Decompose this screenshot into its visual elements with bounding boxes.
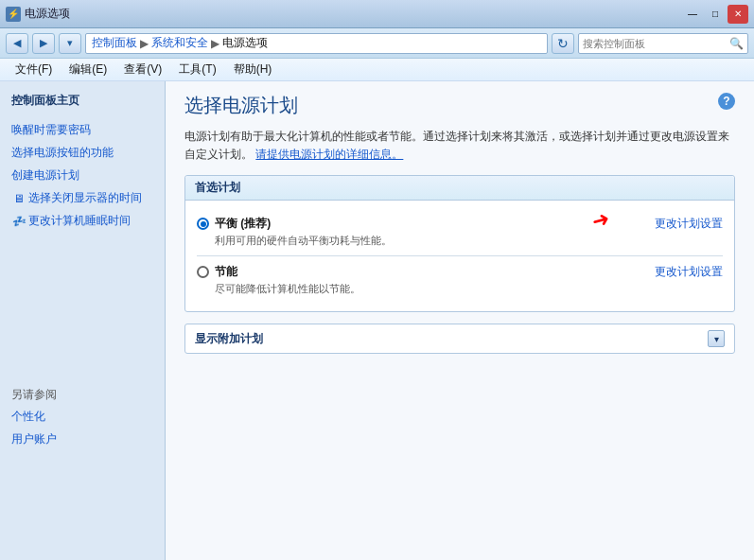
content-description: 电源计划有助于最大化计算机的性能或者节能。通过选择计划来将其激活，或选择计划并通… [184, 128, 735, 164]
plan-desc-balanced: 利用可用的硬件自动平衡功耗与性能。 [215, 234, 392, 248]
window-title: 电源选项 [25, 6, 70, 22]
sidebar-link-power-button[interactable]: 选择电源按钮的功能 [0, 141, 165, 164]
title-bar: ⚡ 电源选项 — □ ✕ [0, 0, 754, 28]
refresh-button[interactable]: ↻ [552, 33, 574, 54]
sidebar-link-wakeup[interactable]: 唤醒时需要密码 [0, 118, 165, 141]
title-bar-controls: — □ ✕ [682, 5, 748, 24]
plan-name-powersave: 节能 [215, 264, 360, 280]
breadcrumb: 控制面板 ▶ 系统和安全 ▶ 电源选项 [85, 33, 548, 54]
radio-balanced[interactable] [197, 218, 209, 230]
sidebar-link-personalize[interactable]: 个性化 [0, 405, 165, 428]
sidebar-main-title[interactable]: 控制面板主页 [0, 89, 165, 111]
plan-item-balanced: 平衡 (推荐) 利用可用的硬件自动平衡功耗与性能。 ➜ 更改计划设置 [197, 210, 723, 254]
plan-item-powersave: 节能 尽可能降低计算机性能以节能。 更改计划设置 [197, 258, 723, 302]
page-title: 选择电源计划 [184, 93, 298, 118]
close-button[interactable]: ✕ [728, 5, 748, 24]
sidebar-link-user-accounts[interactable]: 用户账户 [0, 428, 165, 450]
sidebar-also-label: 另请参阅 [0, 383, 165, 405]
additional-plans-header[interactable]: 显示附加计划 ▾ [185, 324, 734, 353]
search-icon: 🔍 [729, 37, 744, 50]
back-button[interactable]: ◀ [6, 33, 28, 54]
search-box: 🔍 [578, 33, 748, 54]
help-button[interactable]: ? [718, 93, 735, 110]
plan-info-balanced: 平衡 (推荐) 利用可用的硬件自动平衡功耗与性能。 [215, 216, 392, 248]
content-area: 选择电源计划 ? 电源计划有助于最大化计算机的性能或者节能。通过选择计划来将其激… [166, 81, 754, 560]
menu-file[interactable]: 文件(F) [8, 60, 60, 79]
address-bar: ◀ ▶ ▾ 控制面板 ▶ 系统和安全 ▶ 电源选项 ↻ 🔍 [0, 28, 754, 59]
forward-button[interactable]: ▶ [32, 33, 55, 54]
radio-powersave[interactable] [197, 266, 209, 278]
breadcrumb-sep-1: ▶ [140, 37, 149, 50]
preferred-plans-section: 首选计划 平衡 (推荐) 利用可用的硬件自动平衡功耗与性能。 ➜ 更改计划 [184, 175, 735, 312]
breadcrumb-system-security[interactable]: 系统和安全 [151, 35, 208, 51]
plan-info-powersave: 节能 尽可能降低计算机性能以节能。 [215, 264, 360, 296]
menu-view[interactable]: 查看(V) [116, 60, 169, 79]
title-bar-left: ⚡ 电源选项 [6, 6, 70, 22]
change-plan-balanced[interactable]: 更改计划设置 [655, 216, 723, 232]
chevron-down-icon[interactable]: ▾ [708, 330, 725, 347]
menu-tools[interactable]: 工具(T) [171, 60, 223, 79]
app-icon: ⚡ [6, 7, 21, 22]
menu-bar: 文件(F) 编辑(E) 查看(V) 工具(T) 帮助(H) [0, 59, 754, 81]
sleep-icon: 💤 [11, 214, 26, 229]
main-layout: 控制面板主页 唤醒时需要密码 选择电源按钮的功能 创建电源计划 🖥选择关闭显示器… [0, 81, 754, 560]
sidebar-divider-1 [0, 111, 165, 118]
monitor-icon: 🖥 [11, 191, 26, 206]
section-content: 平衡 (推荐) 利用可用的硬件自动平衡功耗与性能。 ➜ 更改计划设置 [185, 201, 734, 311]
plan-left-balanced: 平衡 (推荐) 利用可用的硬件自动平衡功耗与性能。 [197, 216, 655, 248]
plan-desc-powersave: 尽可能降低计算机性能以节能。 [215, 282, 360, 296]
sidebar: 控制面板主页 唤醒时需要密码 选择电源按钮的功能 创建电源计划 🖥选择关闭显示器… [0, 81, 166, 560]
maximize-button[interactable]: □ [705, 5, 726, 24]
minimize-button[interactable]: — [682, 5, 703, 24]
sidebar-link-create-plan[interactable]: 创建电源计划 [0, 164, 165, 186]
plan-left-powersave: 节能 尽可能降低计算机性能以节能。 [197, 264, 655, 296]
search-input[interactable] [583, 38, 727, 49]
menu-edit[interactable]: 编辑(E) [61, 60, 114, 79]
breadcrumb-current: 电源选项 [222, 35, 268, 51]
change-plan-powersave[interactable]: 更改计划设置 [655, 264, 723, 280]
sidebar-link-display-off[interactable]: 🖥选择关闭显示器的时间 [0, 186, 165, 209]
plan-name-balanced: 平衡 (推荐) [215, 216, 392, 232]
more-info-link[interactable]: 请提供电源计划的详细信息。 [255, 148, 403, 161]
plan-divider [197, 255, 723, 256]
sidebar-link-sleep[interactable]: 💤更改计算机睡眠时间 [0, 209, 165, 232]
dropdown-button[interactable]: ▾ [59, 33, 81, 54]
additional-plans-section: 显示附加计划 ▾ [184, 324, 735, 354]
section-header: 首选计划 [185, 176, 734, 201]
breadcrumb-sep-2: ▶ [211, 37, 219, 50]
breadcrumb-control-panel[interactable]: 控制面板 [92, 35, 137, 51]
menu-help[interactable]: 帮助(H) [226, 60, 280, 79]
content-header: 选择电源计划 ? [184, 93, 735, 124]
additional-plans-title: 显示附加计划 [195, 331, 263, 347]
